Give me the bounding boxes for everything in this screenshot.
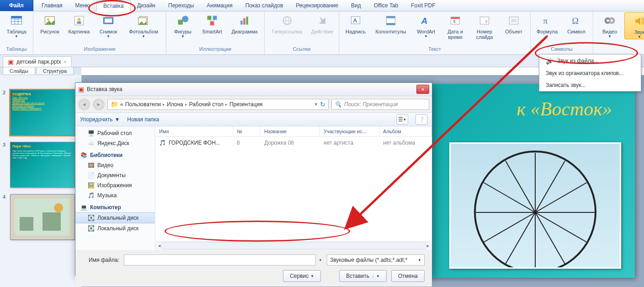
slide-thumb-2[interactable]: 2 СОДЕРЖА Парк «Восток» Зимний сад Дворе… (10, 90, 78, 135)
col-title[interactable]: Название (261, 126, 320, 136)
tab-review[interactable]: Рецензирование (289, 0, 345, 11)
svg-rect-23 (243, 18, 245, 25)
col-no[interactable]: № (233, 126, 261, 136)
tab-animation[interactable]: Анимация (200, 0, 239, 11)
picture-button[interactable]: Рисунок (35, 12, 64, 34)
wordart-button[interactable]: AWordArt▼ (411, 12, 441, 38)
smartart-button[interactable]: SmartArt (197, 12, 227, 34)
tab-foxit[interactable]: Foxit PDF (404, 0, 442, 11)
close-icon[interactable]: × (64, 60, 67, 65)
file-row[interactable]: 🎵ГОРОДСКИЕ ФОН... 8 Дорожка 08 нет артис… (155, 137, 432, 149)
tab-officetab[interactable]: Office Tab (367, 0, 405, 11)
tree-computer[interactable]: 💻Компьютер (75, 202, 155, 212)
video-button[interactable]: Видео▼ (595, 12, 624, 38)
organize-button[interactable]: Упорядочить ▼ (80, 116, 120, 123)
help-button[interactable]: ❔ (415, 114, 427, 125)
screenshot-button[interactable]: Снимок▼ (94, 12, 123, 38)
table-button[interactable]: Таблица ▼ (2, 12, 31, 38)
svg-point-9 (78, 18, 81, 21)
chart-button[interactable]: Диаграмма (227, 12, 262, 34)
crumb-item[interactable]: Рабочий стол (189, 101, 224, 108)
thumb-number: 4 (3, 194, 5, 200)
cancel-button[interactable]: Отмена (391, 270, 425, 282)
filetype-select[interactable]: Звуковые файлы (*.adts;*.adt;*▼ (327, 255, 425, 265)
clipart-button[interactable]: Картинка (64, 12, 94, 34)
file-tab[interactable]: Файл (0, 0, 33, 11)
tree-pictures[interactable]: 🖼️Изображения (75, 180, 155, 190)
subtab-outline[interactable]: Структура (36, 67, 74, 75)
tree-drive-d[interactable]: 💽Локальный диск (75, 223, 155, 233)
doc-tab[interactable]: ▣ детский парк.pptx × (3, 56, 72, 67)
slidenumber-button[interactable]: #Номер слайда (470, 12, 499, 40)
tab-home[interactable]: Главная (35, 0, 69, 11)
h-scrollbar[interactable]: ◄► (155, 241, 432, 250)
equation-icon: π (540, 13, 554, 28)
datetime-button[interactable]: 5Дата и время (441, 12, 470, 40)
col-name[interactable]: Имя (155, 126, 233, 136)
svg-text:5: 5 (453, 19, 456, 24)
dialog-body: 🖥️Рабочий стол ☁️Яндекс.Диск 📚Библиотеки… (75, 126, 432, 250)
svg-text:π: π (543, 16, 548, 26)
audio-from-file[interactable]: 🔊Звук из файла... (539, 54, 641, 67)
dialog-search[interactable]: 🔍 Поиск: Презентация (331, 99, 429, 110)
newfolder-button[interactable]: Новая папка (127, 116, 159, 123)
symbol-button[interactable]: ΩСимвол (562, 12, 591, 34)
wordart-icon: A (419, 13, 433, 28)
object-button[interactable]: Объект (499, 12, 528, 34)
filename-input[interactable] (124, 255, 316, 265)
audio-from-organizer[interactable]: Звук из организатора клипов... (539, 67, 641, 79)
audio-from-organizer-label: Звук из организатора клипов... (546, 70, 623, 76)
hyperlink-button[interactable]: Гиперссылка (266, 12, 308, 34)
hyperlink-icon (280, 13, 294, 28)
library-icon: 📚 (80, 152, 87, 159)
headerfooter-button[interactable]: Колонтитулы (370, 12, 411, 34)
tree-yadisk[interactable]: ☁️Яндекс.Диск (75, 138, 155, 148)
breadcrumb[interactable]: 📁 « Пользователи▸ Илона▸ Рабочий стол▸ П… (107, 99, 329, 110)
doc-tab-name: детский парк.pptx (16, 59, 61, 65)
tab-slideshow[interactable]: Показ слайдов (239, 0, 290, 11)
slide-thumb-4[interactable]: 4 (10, 194, 78, 240)
audio-button[interactable]: Звук▼ (624, 12, 644, 39)
slide-thumb-3[interactable]: 3 Парк «Вос Парк начал свою работу в 197… (10, 142, 78, 188)
crumb-item[interactable]: Илона (167, 101, 183, 108)
tab-design[interactable]: Дизайн (131, 0, 162, 11)
tree-libraries[interactable]: 📚Библиотеки (75, 150, 155, 160)
textbox-button[interactable]: AНадпись (341, 12, 370, 34)
svg-text:A: A (421, 16, 428, 26)
photoalbum-button[interactable]: Фотоальбом▼ (123, 12, 164, 38)
file-artists: нет артиста (320, 137, 379, 149)
nav-fwd-button[interactable]: ► (93, 98, 105, 110)
file-list: Имя № Название Участвующие ис... Альбом … (155, 126, 432, 250)
computer-icon: 💻 (80, 204, 87, 211)
audio-record[interactable]: Записать звук... (539, 79, 641, 91)
col-artists[interactable]: Участвующие ис... (320, 126, 379, 136)
shapes-button[interactable]: Фигуры▼ (168, 12, 197, 38)
chevron-down-icon[interactable]: ▼ (314, 102, 318, 107)
tab-transitions[interactable]: Переходы (162, 0, 200, 11)
chevron-down-icon[interactable]: ▼ (319, 258, 322, 262)
refresh-icon[interactable]: ↻ (320, 101, 325, 108)
tab-insert[interactable]: Вставка (96, 0, 131, 11)
tree-documents[interactable]: 📄Документы (75, 170, 155, 180)
equation-button[interactable]: πФормула▼ (532, 12, 562, 38)
crumb-item[interactable]: Презентация (229, 101, 263, 108)
insert-button[interactable]: Вставить▼ (339, 270, 387, 282)
tab-view[interactable]: Вид (345, 0, 367, 11)
tab-menu[interactable]: Меню (69, 0, 96, 11)
tree-drive-c[interactable]: 💽Локальный диск (75, 212, 155, 223)
dialog-titlebar[interactable]: ▣ Вставка звука ✕ (75, 83, 432, 96)
tree-videos[interactable]: 🎞️Видео (75, 160, 155, 170)
col-album[interactable]: Альбом (379, 126, 432, 136)
crumb-item[interactable]: Пользователи (125, 101, 161, 108)
tree-music[interactable]: 🎵Музыка (75, 190, 155, 200)
drive-icon: 💽 (87, 225, 95, 232)
view-button[interactable]: ☰ ▼ (396, 114, 408, 125)
nav-back-button[interactable]: ◄ (78, 98, 90, 110)
dialog-close-button[interactable]: ✕ (416, 85, 429, 94)
dialog-footer: Имя файла: ▼ Звуковые файлы (*.adts;*.ad… (75, 250, 432, 287)
tree-desktop[interactable]: 🖥️Рабочий стол (75, 128, 155, 138)
action-button[interactable]: Действие (308, 12, 337, 34)
service-button[interactable]: Сервис▼ (283, 270, 321, 282)
ribbon-group-tables: Таблица ▼ Таблицы (0, 11, 33, 54)
subtab-slides[interactable]: Слайды (3, 67, 35, 75)
